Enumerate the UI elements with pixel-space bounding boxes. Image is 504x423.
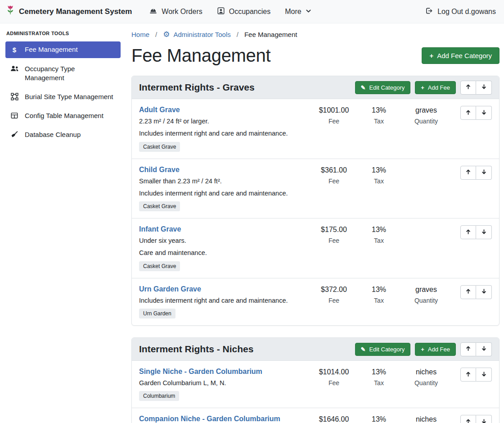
fee-tax: 13% <box>359 415 399 423</box>
fee-move-up-button[interactable] <box>460 106 476 120</box>
add-fee-button[interactable]: + Add Fee <box>415 81 456 94</box>
sidebar-item-occupancy-type-management[interactable]: Occupancy Type Management <box>5 61 121 86</box>
fee-move-up-button[interactable] <box>460 285 476 299</box>
fee-main: Infant Grave Under six years.Care and ma… <box>139 225 309 271</box>
fee-amount-label: Fee <box>309 379 359 387</box>
fee-main: Child Grave Smaller than 2.23 m² / 24 ft… <box>139 166 309 212</box>
nav-item-occupancies[interactable]: Occupancies <box>210 3 278 20</box>
fee-main: Single Niche - Garden Columbarium Garden… <box>139 368 309 401</box>
nav-links: Work Orders Occupancies More <box>142 3 318 20</box>
fee-descriptions: Smaller than 2.23 m² / 24 ft².Includes i… <box>139 177 306 198</box>
plus-icon: + <box>421 346 424 353</box>
tulip-logo-icon <box>5 5 15 18</box>
fee-name[interactable]: Companion Niche - Garden Columbarium <box>139 415 306 423</box>
fee-badge: Urn Garden <box>139 309 176 318</box>
edit-category-label: Edit Category <box>369 346 405 353</box>
add-fee-category-button[interactable]: + Add Fee Category <box>422 47 500 64</box>
category-header: Interment Rights - Graves ✎ Edit Categor… <box>132 76 499 99</box>
brand-title: Cemetery Management System <box>19 7 132 16</box>
pencil-icon: ✎ <box>361 84 366 91</box>
sidebar-item-burial-site-type-management[interactable]: Burial Site Type Management <box>5 89 121 105</box>
sidebar-item-config-table-management[interactable]: Config Table Management <box>5 108 121 124</box>
arrow-down-icon <box>481 288 487 296</box>
nav-item-more[interactable]: More <box>278 4 318 19</box>
category-move-down-button[interactable] <box>476 342 492 356</box>
fee-row: Companion Niche - Garden Columbarium Gar… <box>132 408 499 423</box>
fee-move-down-button[interactable] <box>476 106 492 120</box>
fee-tax-column: 13% Tax <box>359 415 399 423</box>
edit-category-button[interactable]: ✎ Edit Category <box>355 81 411 94</box>
breadcrumb-current: Fee Management <box>244 31 297 38</box>
sidebar-item-label: Database Cleanup <box>25 130 81 139</box>
category-move-up-button[interactable] <box>460 342 476 356</box>
fee-move-up-button[interactable] <box>460 166 476 180</box>
fee-descriptions: Garden Columbarium L, M, N. <box>139 378 306 387</box>
page-title: Fee Management <box>131 45 270 66</box>
fee-name[interactable]: Infant Grave <box>139 225 306 233</box>
fee-tax-label: Tax <box>359 297 399 304</box>
content-wrap: ADMINISTRATOR TOOLS $ Fee Management Occ… <box>0 23 504 423</box>
logout-link[interactable]: Log Out d.gowans <box>425 7 496 17</box>
arrow-down-icon <box>481 109 487 117</box>
sidebar-item-database-cleanup[interactable]: Database Cleanup <box>5 127 121 143</box>
fee-name[interactable]: Urn Garden Grave <box>139 285 306 293</box>
fee-description: Care and maintenance. <box>139 248 306 257</box>
fee-amount-column: $361.00 Fee <box>309 166 359 185</box>
breadcrumb-home-link[interactable]: Home <box>131 31 149 38</box>
add-fee-button[interactable]: + Add Fee <box>415 343 456 356</box>
breadcrumb-admin-tools-link[interactable]: ⚙ Administrator Tools <box>163 31 231 38</box>
fee-amount: $175.00 <box>309 226 359 234</box>
plus-icon: + <box>421 84 424 91</box>
fee-move-up-button[interactable] <box>460 415 476 423</box>
fee-reorder-group <box>460 106 492 120</box>
arrow-down-icon <box>481 229 487 236</box>
edit-category-button[interactable]: ✎ Edit Category <box>355 343 411 356</box>
nav-item-work-orders[interactable]: Work Orders <box>142 3 209 20</box>
fee-row: Urn Garden Grave Includes interment righ… <box>132 278 499 325</box>
category-move-up-button[interactable] <box>460 81 476 95</box>
category-body: Single Niche - Garden Columbarium Garden… <box>132 360 499 423</box>
arrow-down-icon <box>481 346 487 353</box>
fee-description: Includes interment right and care and ma… <box>139 189 306 198</box>
fee-reorder-group <box>460 166 492 180</box>
arrow-up-icon <box>465 418 471 423</box>
fee-amount-label: Fee <box>309 297 359 304</box>
fee-quantity: niches <box>399 415 453 423</box>
fee-move-down-button[interactable] <box>476 285 492 299</box>
fee-name[interactable]: Adult Grave <box>139 106 306 114</box>
fee-amount-column: $1014.00 Fee <box>309 368 359 387</box>
fee-tax-label: Tax <box>359 118 399 125</box>
fee-move-up-button[interactable] <box>460 225 476 239</box>
navbar-right: Log Out d.gowans <box>425 7 496 17</box>
fee-tax-column: 13% Tax <box>359 166 399 185</box>
fee-move-down-button[interactable] <box>476 368 492 382</box>
arrow-up-icon <box>465 84 471 91</box>
fee-amount: $1001.00 <box>309 106 359 114</box>
fee-move-down-button[interactable] <box>476 415 492 423</box>
fee-badge: Casket Grave <box>139 142 180 152</box>
fee-move-down-button[interactable] <box>476 225 492 239</box>
fee-move-down-button[interactable] <box>476 166 492 180</box>
fee-description: Includes interment right and care and ma… <box>139 129 306 138</box>
fee-amount-column: $175.00 Fee <box>309 225 359 244</box>
fee-badge: Casket Grave <box>139 261 180 271</box>
hard-hat-icon <box>149 7 158 16</box>
fee-quantity-label: Quantity <box>399 118 453 125</box>
fee-name[interactable]: Child Grave <box>139 166 306 174</box>
category-title: Interment Rights - Graves <box>139 82 255 93</box>
fee-quantity: graves <box>399 286 453 294</box>
plus-icon: + <box>429 52 433 59</box>
sidebar-item-fee-management[interactable]: $ Fee Management <box>5 41 121 58</box>
fee-tax-label: Tax <box>359 237 399 244</box>
fee-main: Adult Grave 2.23 m² / 24 ft² or larger.I… <box>139 106 309 152</box>
fee-amount: $1646.00 <box>309 415 359 423</box>
fee-move-up-button[interactable] <box>460 368 476 382</box>
vector-square-icon <box>10 93 19 100</box>
fee-name[interactable]: Single Niche - Garden Columbarium <box>139 368 306 376</box>
brand[interactable]: Cemetery Management System <box>5 5 132 18</box>
arrow-up-icon <box>465 169 471 176</box>
fee-amount: $372.00 <box>309 286 359 294</box>
arrow-down-icon <box>481 418 487 423</box>
pencil-icon: ✎ <box>361 346 366 353</box>
category-move-down-button[interactable] <box>476 81 492 95</box>
